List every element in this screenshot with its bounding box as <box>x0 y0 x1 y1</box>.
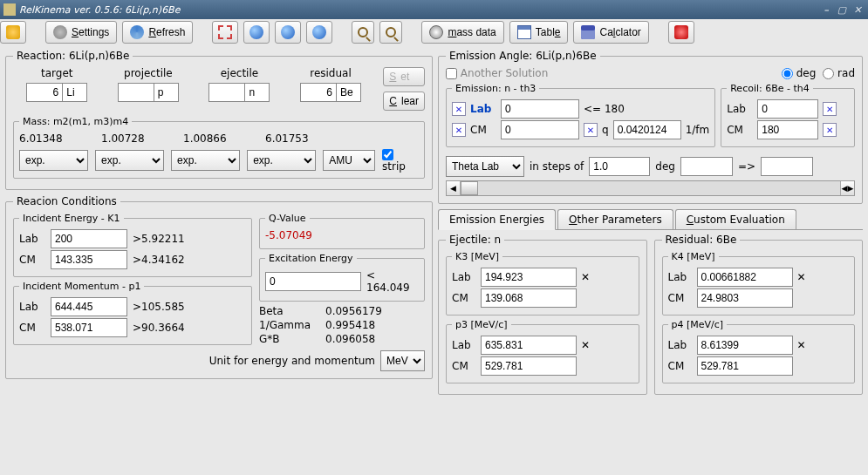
p4-lab-input[interactable] <box>697 336 793 355</box>
k4-cm-input[interactable] <box>697 288 793 308</box>
p3-lab-input[interactable] <box>481 336 577 355</box>
residual-a-input[interactable] <box>300 83 337 102</box>
clear-button[interactable]: Clear <box>383 92 425 111</box>
p4-cm-input[interactable] <box>697 356 793 376</box>
q-input[interactable] <box>613 120 681 139</box>
ip-cm-input[interactable] <box>51 318 127 337</box>
ejectile-header: ejectile <box>221 67 258 79</box>
scroll-right-icon[interactable]: ◀▶ <box>840 181 854 195</box>
step-input[interactable] <box>589 157 650 176</box>
projectile-a-input[interactable] <box>118 83 154 102</box>
another-solution-checkbox[interactable]: Another Solution <box>446 67 548 79</box>
scroll-left-icon[interactable]: ◀ <box>447 181 461 195</box>
close-button[interactable]: ✕ <box>851 3 865 17</box>
minimize-button[interactable]: – <box>819 3 833 17</box>
theta-select[interactable]: Theta Lab <box>446 156 524 177</box>
projectile-sym-input[interactable] <box>154 83 179 102</box>
atom-icon <box>429 25 443 39</box>
p3-cm-input[interactable] <box>481 356 577 376</box>
residual-sym-input[interactable] <box>337 83 361 102</box>
tab-other-parameters[interactable]: Other Parameters <box>557 209 673 229</box>
excitation-input[interactable] <box>265 272 361 291</box>
angle-scrollbar[interactable]: ◀ ◀▶ <box>446 180 855 196</box>
rc-lab-input[interactable] <box>757 99 818 119</box>
quit-button[interactable] <box>668 21 694 44</box>
sphere-icon <box>281 25 295 39</box>
rc-cm-clear[interactable]: ✕ <box>823 123 837 137</box>
incident-energy-group: Incident Energy - K1 Lab>5.92211 CM>4.34… <box>13 213 252 277</box>
nav-next-button[interactable] <box>306 21 332 44</box>
expand-button[interactable] <box>212 21 238 44</box>
emission-angle-legend: Emission Angle: 6Li(p,n)6Be <box>446 50 600 62</box>
calculator-icon <box>581 25 595 39</box>
deg-radio[interactable]: deg <box>782 67 816 79</box>
app-button[interactable] <box>0 21 26 44</box>
mass-src-1[interactable]: exp. <box>19 150 88 171</box>
em-lab-input[interactable] <box>501 99 579 119</box>
rc-cm-input[interactable] <box>757 120 818 139</box>
qvalue-group: Q-Value -5.07049 <box>259 213 425 249</box>
mass-data-button[interactable]: mass data <box>421 21 503 44</box>
ejectile-sym-input[interactable] <box>245 83 270 102</box>
target-sym-input[interactable] <box>63 83 87 102</box>
refresh-button[interactable]: Refresh <box>122 21 193 44</box>
step-to-input[interactable] <box>761 157 813 176</box>
incident-energy-legend: Incident Energy - K1 <box>19 213 124 224</box>
ie-cm-input[interactable] <box>51 250 127 269</box>
p3-group: p3 [MeV/c] Lab✕ CM <box>446 319 639 383</box>
k3-group: K3 [MeV] Lab✕ CM <box>446 251 639 316</box>
tab-emission-energies[interactable]: Emission Energies <box>438 209 556 230</box>
mass-unit[interactable]: AMU <box>323 150 375 171</box>
nav-prev-button[interactable] <box>275 21 301 44</box>
zoom-in-button[interactable] <box>352 21 374 44</box>
ip-lab-input[interactable] <box>51 297 127 316</box>
refresh-icon <box>130 25 144 39</box>
strip-checkbox[interactable] <box>382 149 393 160</box>
step-from-input[interactable] <box>680 157 733 176</box>
set-button[interactable]: Set <box>383 67 425 86</box>
rc-lab-clear[interactable]: ✕ <box>823 102 837 116</box>
p4-lab-clear[interactable]: ✕ <box>797 339 806 351</box>
app-icon <box>6 25 20 39</box>
sphere-icon <box>312 25 326 39</box>
settings-button[interactable]: Settings <box>45 21 117 44</box>
power-icon <box>674 25 688 39</box>
strip-checkbox-label[interactable]: strip <box>382 148 419 173</box>
table-button[interactable]: Table <box>509 21 569 44</box>
qvalue-legend: Q-Value <box>265 213 310 224</box>
ejectile-a-input[interactable] <box>208 83 245 102</box>
tab-custom-evaluation[interactable]: Custom Evaluation <box>675 209 796 229</box>
p4-group: p4 [MeV/c] Lab✕ CM <box>662 319 856 383</box>
incident-momentum-legend: Incident Momentum - p1 <box>19 281 144 292</box>
maximize-button[interactable]: ▢ <box>835 3 849 17</box>
k4-lab-clear[interactable]: ✕ <box>797 271 806 283</box>
scroll-thumb[interactable] <box>461 181 478 195</box>
unit-select[interactable]: MeV <box>380 350 425 371</box>
em-cm-clear[interactable]: ✕ <box>452 123 466 137</box>
mass-src-4[interactable]: exp. <box>247 150 316 171</box>
target-a-input[interactable] <box>26 83 63 102</box>
nav-first-button[interactable] <box>243 21 270 44</box>
window-title: RelKinema ver. 0.5.6: 6Li(p,n)6Be <box>19 4 817 16</box>
em-cm-clear2[interactable]: ✕ <box>584 123 598 137</box>
k3-cm-input[interactable] <box>481 288 577 308</box>
sphere-icon <box>249 25 263 39</box>
em-cm-input[interactable] <box>501 120 579 139</box>
ejectile-group: Ejectile: n K3 [MeV] Lab✕ CM p3 [MeV/c] … <box>438 234 647 395</box>
k3-lab-input[interactable] <box>481 268 577 287</box>
k3-lab-clear[interactable]: ✕ <box>581 271 590 283</box>
reaction-legend: Reaction: 6Li(p,n)6Be <box>13 50 133 62</box>
target-header: target <box>41 67 73 79</box>
p3-lab-clear[interactable]: ✕ <box>581 339 590 351</box>
k4-lab-input[interactable] <box>697 268 793 287</box>
mass-group: Mass: m2(m1, m3)m4 6.01348 1.00728 1.008… <box>13 116 425 179</box>
calculator-button[interactable]: Calclator <box>573 21 648 44</box>
residual-header: residual <box>310 67 352 79</box>
mass-src-3[interactable]: exp. <box>171 150 240 171</box>
ie-lab-input[interactable] <box>51 229 127 248</box>
em-lab-clear[interactable]: ✕ <box>452 102 466 116</box>
rad-radio[interactable]: rad <box>823 67 855 79</box>
unit-label: Unit for energy and momentum <box>209 355 375 367</box>
mass-src-2[interactable]: exp. <box>95 150 164 171</box>
zoom-out-button[interactable] <box>379 21 402 44</box>
